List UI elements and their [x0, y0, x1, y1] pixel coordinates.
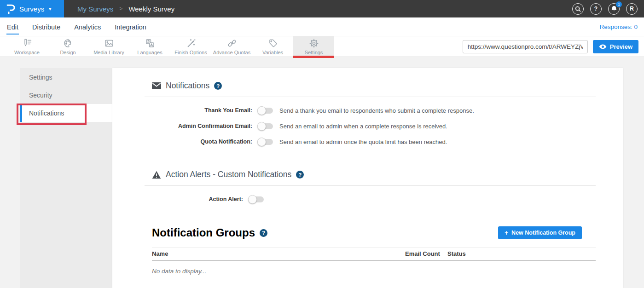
user-avatar[interactable]: R [626, 3, 638, 15]
notifications-settings-panel: Notifications ? Thank You Email: Send a … [112, 68, 623, 288]
languages-icon [145, 38, 155, 48]
admin-confirmation-email-row: Admin Confirmation Email: Send an email … [152, 118, 596, 134]
toggle-knob [248, 195, 257, 204]
toolbar-item-design[interactable]: Design [47, 36, 88, 57]
section-divider [145, 185, 596, 186]
top-bar: Surveys ▾ My Surveys > Weekly Survey ? 1… [0, 0, 644, 17]
eye-icon [599, 44, 607, 49]
toolbar-item-label: Settings [305, 50, 323, 55]
tab-integration[interactable]: Integration [114, 19, 147, 35]
thank-you-email-description: Send a thank you email to respondents wh… [279, 107, 474, 114]
topbar-icon-group: ? 1 R [572, 0, 644, 17]
preview-button-label: Preview [610, 43, 632, 50]
survey-nav-tabs: Edit Distribute Analytics Integration Re… [0, 17, 644, 36]
action-alerts-section-header: Action Alerts - Custom Notifications ? [152, 170, 596, 179]
edit-toolbar: Workspace Design Media Library Languages [0, 36, 644, 57]
help-button[interactable]: ? [590, 3, 602, 15]
finish-options-wand-icon [186, 38, 196, 48]
notification-groups-table-header: Name Email Count Status [152, 247, 596, 261]
breadcrumb-separator: > [119, 6, 122, 12]
breadcrumb: My Surveys > Weekly Survey [77, 0, 174, 17]
notifications-help-icon[interactable]: ? [214, 82, 222, 90]
breadcrumb-current-survey: Weekly Survey [128, 5, 174, 13]
toggle-knob [257, 122, 266, 131]
sidebar-item-settings[interactable]: Settings [20, 68, 112, 86]
toolbar-item-workspace[interactable]: Workspace [6, 36, 47, 57]
advance-quotas-link-icon [227, 38, 237, 48]
quota-notification-description: Send an email to admin once the quota li… [279, 138, 447, 145]
media-library-icon [104, 38, 114, 48]
responses-count[interactable]: Responses: 0 [599, 23, 638, 30]
search-icon [575, 6, 581, 12]
column-header-status: Status [447, 250, 596, 257]
notification-groups-section-header: Notification Groups ? + New Notification… [152, 226, 596, 239]
new-notification-group-button[interactable]: + New Notification Group [498, 226, 582, 239]
action-alert-toggle[interactable] [249, 196, 264, 202]
action-alert-row: Action Alert: [152, 191, 596, 207]
tab-analytics[interactable]: Analytics [74, 19, 101, 35]
admin-confirmation-email-description: Send an email to admin when a complete r… [279, 123, 447, 130]
toggle-knob [257, 106, 266, 115]
column-header-email-count: Email Count [405, 250, 447, 257]
questionpro-logo-icon [6, 3, 15, 15]
thank-you-email-toggle[interactable] [258, 108, 273, 114]
toolbar-item-advance-quotas[interactable]: Advance Quotas [211, 36, 252, 57]
product-switcher[interactable]: Surveys ▾ [0, 0, 64, 17]
toolbar-item-settings[interactable]: Settings [293, 36, 334, 57]
notification-count-badge: 1 [616, 1, 622, 7]
product-label: Surveys [19, 5, 44, 13]
preview-button[interactable]: Preview [593, 40, 638, 53]
new-notification-group-label: New Notification Group [511, 230, 575, 236]
question-mark-icon: ? [594, 6, 598, 12]
variables-tag-icon [268, 38, 278, 48]
design-palette-icon [63, 38, 73, 48]
quota-notification-row: Quota Notification: Send an email to adm… [152, 134, 596, 150]
toolbar-item-label: Variables [262, 50, 283, 55]
content-area: Settings Security Notifications Notifica… [0, 57, 644, 288]
settings-gear-icon [309, 38, 319, 48]
toolbar-item-languages[interactable]: Languages [129, 36, 170, 57]
notification-groups-help-icon[interactable]: ? [260, 229, 267, 237]
tab-distribute[interactable]: Distribute [32, 19, 61, 35]
avatar-initial: R [630, 6, 634, 12]
chevron-down-icon: ▾ [49, 6, 51, 12]
envelope-icon [152, 82, 161, 89]
toolbar-item-label: Languages [137, 50, 162, 55]
toolbar-item-label: Media Library [93, 50, 124, 55]
admin-confirmation-email-toggle[interactable] [258, 123, 273, 129]
toolbar-item-label: Workspace [14, 50, 40, 55]
action-alert-label: Action Alert: [152, 196, 243, 202]
search-button[interactable] [572, 3, 584, 15]
sidebar-item-security[interactable]: Security [20, 86, 112, 104]
toolbar-item-label: Advance Quotas [213, 50, 250, 55]
action-alerts-section-title: Action Alerts - Custom Notifications [166, 170, 291, 179]
notifications-section-title: Notifications [166, 81, 209, 91]
notifications-section-header: Notifications ? [152, 81, 596, 91]
bell-icon [611, 6, 617, 12]
column-header-name: Name [152, 250, 405, 257]
notifications-button[interactable]: 1 [608, 3, 620, 15]
toolbar-right-group: Preview [463, 36, 644, 57]
section-divider [145, 97, 596, 97]
toggle-knob [257, 138, 266, 146]
plus-icon: + [505, 229, 508, 236]
action-alerts-help-icon[interactable]: ? [296, 171, 304, 179]
toolbar-item-media-library[interactable]: Media Library [88, 36, 129, 57]
admin-confirmation-email-label: Admin Confirmation Email: [152, 123, 252, 129]
notification-groups-title: Notification Groups [152, 226, 255, 239]
settings-active-red-underline [293, 56, 334, 58]
tab-edit[interactable]: Edit [6, 19, 19, 35]
sidebar-item-notifications[interactable]: Notifications [20, 104, 112, 122]
workspace-icon [22, 38, 32, 48]
toolbar-item-label: Finish Options [174, 50, 207, 55]
toolbar-item-finish-options[interactable]: Finish Options [170, 36, 211, 57]
breadcrumb-my-surveys[interactable]: My Surveys [77, 5, 113, 13]
toolbar-item-label: Design [60, 50, 75, 55]
settings-sidebar: Settings Security Notifications [20, 68, 112, 288]
toolbar-item-variables[interactable]: Variables [252, 36, 293, 57]
thank-you-email-label: Thank You Email: [152, 107, 252, 114]
quota-notification-label: Quota Notification: [152, 138, 252, 145]
quota-notification-toggle[interactable] [258, 139, 273, 145]
survey-url-input[interactable] [463, 40, 588, 53]
warning-triangle-icon [152, 171, 161, 179]
